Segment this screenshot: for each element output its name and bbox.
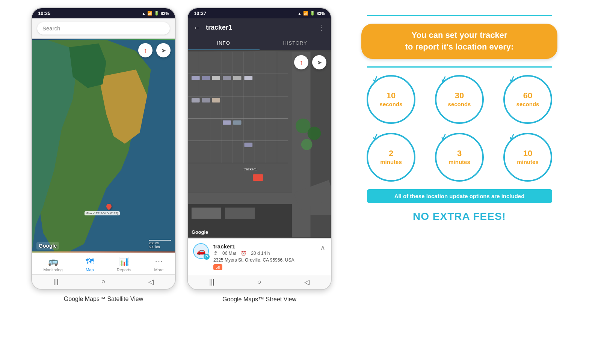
value-60sec: 60: [523, 91, 532, 101]
svg-point-35: [301, 139, 313, 150]
nav-monitoring[interactable]: 🚌 Monitoring: [44, 257, 63, 272]
duration-value: 20 d 14 h: [251, 251, 270, 256]
svg-rect-36: [253, 174, 263, 181]
svg-rect-28: [233, 120, 242, 125]
back-soft-icon-1[interactable]: |||: [53, 278, 59, 286]
tracker-avatar-container: 🚗 P: [193, 243, 209, 259]
satellite-map: ↑ ➤ iTrack1TE BOLD (0177) Google 200 mi …: [32, 39, 175, 253]
bottom-nav-1: 🚌 Monitoring 🗺 Map 📊 Reports ⋯ More: [32, 253, 175, 274]
date-value: 06 Mar: [222, 251, 236, 256]
battery-pct-1: 83%: [161, 11, 169, 16]
phone2-container: 10:37 ▲ 📶 🔋 83% ← tracker1 ⋮ INFO HISTOR…: [187, 8, 332, 303]
nav-reports[interactable]: 📊 Reports: [117, 257, 131, 272]
nav-more[interactable]: ⋯ More: [154, 257, 163, 272]
value-3min: 3: [457, 149, 462, 158]
recents-soft-icon-2[interactable]: ◁: [304, 278, 310, 286]
tab-info[interactable]: INFO: [188, 36, 260, 50]
tracker-meta: ⏱ 06 Mar ⏰ 20 d 14 h: [213, 251, 316, 256]
top-teal-line: [367, 15, 552, 16]
scale-bar-1: 200 mi 500 km: [149, 240, 171, 249]
unit-10sec: seconds: [380, 101, 403, 108]
unit-2min: minutes: [380, 159, 402, 165]
svg-rect-24: [192, 98, 200, 102]
circle-2min: ↙ 2 minutes: [367, 133, 415, 182]
map-icon: 🗺: [86, 257, 94, 266]
status-icons-1: ▲ 📶 🔋 83%: [142, 11, 169, 16]
info-headline: You can set your trackerto report it's l…: [361, 24, 557, 59]
nav-map[interactable]: 🗺 Map: [86, 257, 94, 272]
unit-3min: minutes: [448, 159, 470, 165]
svg-rect-27: [223, 120, 231, 125]
google-logo-1: Google: [36, 242, 59, 250]
circles-grid: ↙ 10 seconds ↙ 30 seconds ↙ 60 seconds ↙…: [361, 75, 557, 182]
phone2-caption: Google Maps™ Street View: [222, 296, 296, 303]
tracker-tabs: INFO HISTORY: [188, 36, 331, 51]
duration-badge: 5h: [213, 264, 222, 270]
phone1: 10:35 ▲ 📶 🔋 83%: [31, 8, 176, 290]
svg-rect-26: [212, 98, 220, 102]
arrow-3min: ↙: [439, 131, 448, 143]
svg-rect-20: [212, 76, 220, 80]
compass-button-2[interactable]: ↑: [294, 55, 308, 69]
value-10min: 10: [523, 149, 532, 158]
compass-button[interactable]: ↑: [138, 43, 153, 57]
signal-icon-1: ▲: [142, 11, 146, 16]
unit-60sec: seconds: [516, 101, 539, 108]
status-bar-1: 10:35 ▲ 📶 🔋 83%: [32, 8, 175, 18]
battery-pct-2: 83%: [317, 11, 325, 16]
navigation-button-2[interactable]: ➤: [312, 55, 326, 69]
arrow-60sec: ↙: [507, 73, 517, 85]
tracker-address: 2325 Myers St, Oroville, CA 95966, USA: [213, 257, 316, 263]
search-input[interactable]: [37, 22, 170, 35]
svg-point-34: [308, 126, 321, 140]
aerial-svg: tracker1 Google: [188, 51, 331, 238]
recents-soft-icon-1[interactable]: ◁: [148, 278, 154, 286]
signal-icon-2: ▲: [297, 11, 302, 16]
menu-dots-icon[interactable]: ⋮: [318, 23, 326, 32]
system-nav-1: ||| ○ ◁: [32, 274, 175, 289]
monitoring-icon: 🚌: [48, 257, 58, 266]
wifi-icon-2: 📶: [303, 11, 308, 16]
headline-text: You can set your trackerto report it's l…: [405, 30, 514, 51]
svg-rect-29: [244, 143, 252, 147]
svg-text:Google: Google: [192, 229, 208, 235]
svg-rect-18: [192, 76, 200, 80]
time-1: 10:35: [38, 11, 50, 16]
date-icon: ⏱: [213, 251, 218, 256]
wifi-icon-1: 📶: [147, 11, 153, 16]
phone1-container: 10:35 ▲ 📶 🔋 83%: [31, 8, 176, 302]
bottom-teal-line: [367, 66, 552, 68]
info-panel: You can set your trackerto report it's l…: [343, 8, 576, 230]
svg-rect-23: [244, 76, 252, 80]
collapse-button[interactable]: ∧: [320, 243, 326, 252]
tracker-info-name: tracker1: [213, 243, 316, 250]
back-soft-icon-2[interactable]: |||: [209, 278, 214, 286]
value-2min: 2: [389, 149, 393, 158]
navigation-button[interactable]: ➤: [156, 43, 171, 57]
svg-rect-32: [225, 208, 255, 219]
back-arrow-icon[interactable]: ←: [193, 23, 201, 32]
home-soft-icon-2[interactable]: ○: [257, 278, 261, 286]
arrow-10sec: ↙: [370, 73, 380, 85]
value-30sec: 30: [455, 91, 464, 101]
tracker-label-1: iTrack1TE BOLD (0177): [85, 211, 120, 215]
circle-10sec: ↙ 10 seconds: [367, 75, 415, 124]
home-soft-icon-1[interactable]: ○: [101, 278, 106, 286]
circle-30sec: ↙ 30 seconds: [435, 75, 484, 124]
svg-rect-19: [202, 76, 210, 80]
reports-label: Reports: [117, 268, 131, 272]
reports-icon: 📊: [119, 257, 129, 266]
no-extra-fees-text: NO EXTRA FEES!: [413, 211, 506, 223]
tracker-header: ← tracker1 ⋮: [188, 18, 331, 36]
system-nav-2: ||| ○ ◁: [188, 275, 331, 289]
svg-rect-21: [223, 76, 231, 80]
svg-text:tracker1: tracker1: [243, 167, 257, 171]
arrow-30sec: ↙: [439, 73, 448, 85]
tab-history[interactable]: HISTORY: [260, 36, 331, 50]
battery-icon-1: 🔋: [154, 11, 159, 16]
monitoring-label: Monitoring: [44, 268, 63, 272]
svg-rect-31: [192, 208, 221, 219]
more-label: More: [154, 268, 163, 272]
satellite-map-area: ↑ ➤ iTrack1TE BOLD (0177) Google 200 mi …: [32, 39, 175, 253]
phone2: 10:37 ▲ 📶 🔋 83% ← tracker1 ⋮ INFO HISTOR…: [187, 8, 332, 290]
